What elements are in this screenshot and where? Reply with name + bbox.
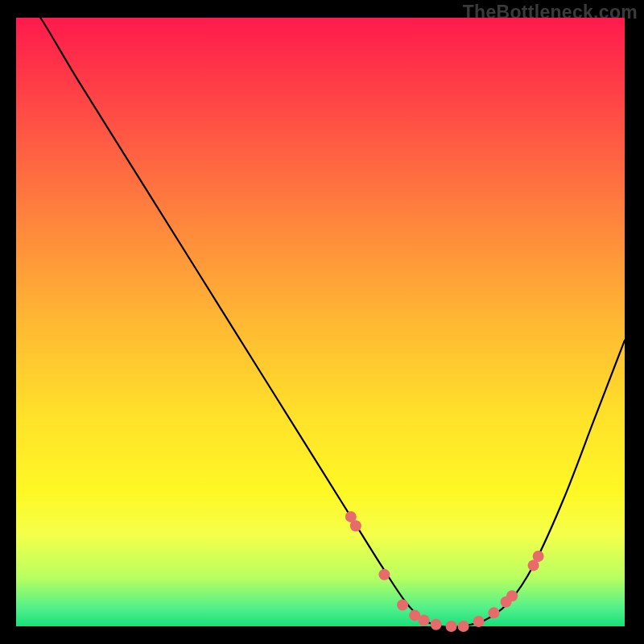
- highlight-point: [378, 569, 390, 580]
- chart-frame: [16, 18, 625, 626]
- highlight-point: [488, 607, 499, 618]
- highlighted-points: [345, 511, 544, 632]
- highlight-point: [397, 600, 408, 611]
- highlight-point: [533, 551, 544, 562]
- highlight-point: [419, 614, 430, 625]
- highlight-point: [473, 616, 485, 627]
- highlight-point: [350, 520, 361, 531]
- highlight-point: [506, 590, 518, 601]
- bottleneck-curve: [16, 0, 625, 627]
- chart-svg: [16, 18, 625, 626]
- highlight-point: [458, 621, 469, 632]
- highlight-point: [431, 619, 442, 630]
- highlight-point: [446, 621, 457, 632]
